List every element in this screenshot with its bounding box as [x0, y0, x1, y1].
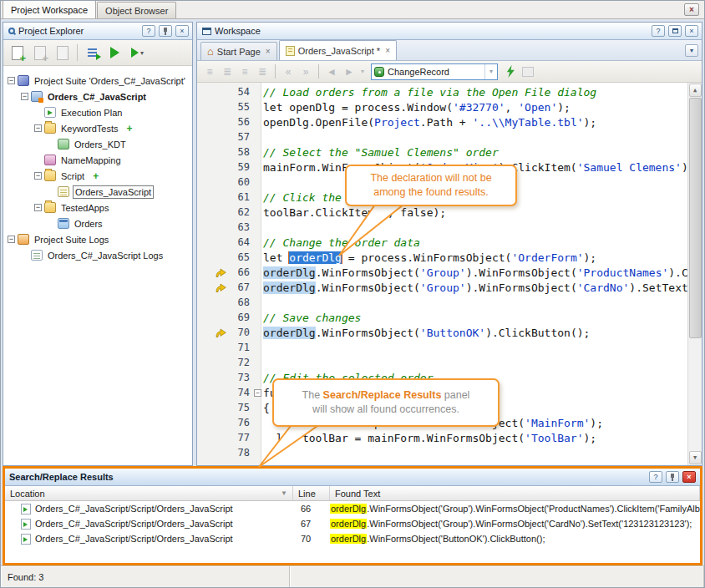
editor-line: 70orderDlg.WinFormsObject('ButtonOK').Cl…: [197, 325, 687, 340]
tree-item-execution-plan[interactable]: Execution Plan: [3, 104, 192, 120]
help-button[interactable]: ?: [142, 25, 155, 37]
tree-item-script[interactable]: −Script+: [3, 168, 192, 184]
close-icon: ×: [180, 27, 184, 35]
result-location-text: Orders_C#_JavaScript/Script/Orders_JavaS…: [35, 519, 233, 529]
add-item-icon[interactable]: +: [93, 170, 99, 182]
line-number: 62: [231, 206, 254, 218]
maximize-button[interactable]: [668, 25, 682, 37]
tree-item-project-suite-logs[interactable]: −Project Suite Logs: [3, 231, 192, 247]
found-count: Found: 3: [8, 572, 43, 582]
result-line-number: 67: [293, 519, 330, 529]
line-number: 69: [231, 312, 254, 323]
filter-icon[interactable]: ▼: [281, 489, 287, 497]
editor-tool-comment-icon[interactable]: ≡: [236, 63, 253, 80]
add-existing-item-icon[interactable]: [29, 43, 50, 63]
tree-item-project-suite-orders-c-javascript[interactable]: −Project Suite 'Orders_C#_JavaScript': [3, 73, 192, 89]
close-icon: ×: [689, 5, 694, 14]
tree-item-orders[interactable]: Orders: [3, 215, 192, 231]
main-tab-project-workspace[interactable]: Project Workspace: [3, 0, 96, 18]
code-token: 'ButtonOK': [420, 327, 485, 339]
result-row[interactable]: Orders_C#_JavaScript/Script/Orders_JavaS…: [5, 531, 700, 546]
editor-line: 55let openDlg = process.Window('#32770',…: [197, 99, 687, 114]
execution-order-icon[interactable]: [82, 43, 103, 63]
collapse-icon[interactable]: −: [34, 172, 42, 180]
editor-tool-format-icon[interactable]: ≡: [201, 63, 218, 80]
code-token: ).ClickItem(: [668, 266, 687, 279]
editor-tool-outline-icon[interactable]: ≣: [219, 63, 236, 80]
pin-button[interactable]: [666, 471, 679, 483]
navigate-forward-icon[interactable]: ►: [341, 63, 358, 80]
callout-text: panel: [441, 389, 469, 401]
doc-tab-label: Orders_JavaScript *: [298, 46, 380, 56]
tab-close-icon[interactable]: ×: [385, 46, 390, 55]
help-button[interactable]: ?: [652, 25, 665, 37]
plan-icon: [44, 107, 56, 118]
editor-tool-outdent-icon[interactable]: «: [280, 63, 297, 80]
log-icon: [31, 250, 43, 261]
result-row[interactable]: Orders_C#_JavaScript/Script/Orders_JavaS…: [5, 516, 700, 531]
collapse-icon[interactable]: −: [34, 204, 42, 211]
panel-close-button[interactable]: ×: [685, 25, 698, 37]
namemap-icon: [44, 155, 56, 165]
help-button[interactable]: ?: [649, 471, 662, 483]
scroll-down-icon[interactable]: ▼: [689, 451, 702, 464]
result-location-text: Orders_C#_JavaScript/Script/Orders_JavaS…: [35, 504, 233, 514]
changerecord-combo[interactable]: ChangeRecord ▾: [371, 63, 498, 80]
doc-tab-orders-javascript[interactable]: Orders_JavaScript *×: [279, 40, 397, 60]
tree-item-label: Project Suite 'Orders_C#_JavaScript': [33, 75, 187, 87]
tree-item-orders-c-javascript-logs[interactable]: Orders_C#_JavaScript Logs: [3, 247, 192, 263]
run-project-suite-icon[interactable]: [104, 43, 125, 63]
results-close-button[interactable]: ×: [682, 471, 696, 483]
editor-vertical-scrollbar[interactable]: ▲ ▼: [687, 83, 702, 465]
tree-item-label: KeywordTests: [59, 123, 119, 134]
run-project-icon[interactable]: [127, 43, 148, 63]
new-item-icon[interactable]: [52, 43, 73, 63]
changed-line-marker-icon: [197, 328, 231, 337]
column-found[interactable]: Found Text: [330, 486, 700, 500]
editor-line: 67orderDlg.WinFormsObject('Group').WinFo…: [197, 280, 687, 295]
disabled-tool-icon[interactable]: [520, 63, 536, 80]
add-new-item-icon[interactable]: [7, 43, 28, 63]
column-location[interactable]: Location ▼: [5, 486, 293, 500]
line-number: 70: [231, 327, 254, 338]
add-item-icon[interactable]: +: [126, 123, 132, 134]
collapse-icon[interactable]: −: [34, 124, 42, 132]
combo-dropdown-icon[interactable]: ▾: [484, 64, 497, 79]
collapse-icon[interactable]: −: [8, 236, 15, 243]
result-row[interactable]: Orders_C#_JavaScript/Script/Orders_JavaS…: [5, 501, 700, 516]
tree-item-namemapping[interactable]: NameMapping: [3, 152, 192, 168]
pin-button[interactable]: [159, 25, 172, 37]
main-tab-object-browser[interactable]: Object Browser: [97, 2, 176, 18]
code-token: let: [263, 251, 289, 264]
tree-item-orders-javascript[interactable]: Orders_JavaScript: [3, 184, 192, 200]
window-close-button[interactable]: ×: [684, 3, 699, 16]
logs-icon: [18, 234, 29, 245]
scroll-up-icon[interactable]: ▲: [689, 84, 702, 97]
tree-item-orders-kdt[interactable]: Orders_KDT: [3, 136, 192, 152]
navigate-menu-icon[interactable]: ▾: [358, 63, 367, 80]
editor-tool-indent-icon[interactable]: »: [297, 63, 314, 80]
tree-item-orders-c-javascript[interactable]: −Orders_C#_JavaScript: [3, 89, 192, 104]
navigate-back-icon[interactable]: ◄: [323, 63, 340, 80]
column-line[interactable]: Line: [293, 486, 330, 500]
fold-marker[interactable]: −: [254, 389, 261, 397]
collapse-icon[interactable]: −: [21, 93, 28, 100]
editor-line: 58// Select the "Samuel Clemens" order: [197, 144, 687, 160]
code-text: toolBar.ClickItem(0, false);: [261, 206, 687, 219]
scrollbar-thumb[interactable]: [689, 98, 702, 338]
doc-tab-start-page[interactable]: ⌂Start Page×: [200, 42, 277, 60]
tab-list-dropdown-icon[interactable]: ▾: [685, 44, 698, 57]
collapse-icon[interactable]: −: [8, 77, 15, 84]
result-line-number: 66: [293, 504, 330, 514]
tab-close-icon[interactable]: ×: [266, 47, 271, 56]
callout-tail: [335, 204, 418, 257]
panel-close-button[interactable]: ×: [175, 25, 189, 37]
code-token: 'Samuel Clemens': [577, 161, 682, 174]
project-tree: −Project Suite 'Orders_C#_JavaScript'−Or…: [3, 66, 192, 465]
result-location: Orders_C#_JavaScript/Script/Orders_JavaS…: [5, 519, 293, 530]
home-icon: ⌂: [207, 48, 214, 56]
record-test-icon[interactable]: [502, 63, 519, 80]
tree-item-keywordtests[interactable]: −KeywordTests+: [3, 120, 192, 136]
editor-tool-uncomment-icon[interactable]: ≣: [254, 63, 271, 80]
tree-item-testedapps[interactable]: −TestedApps: [3, 200, 192, 215]
